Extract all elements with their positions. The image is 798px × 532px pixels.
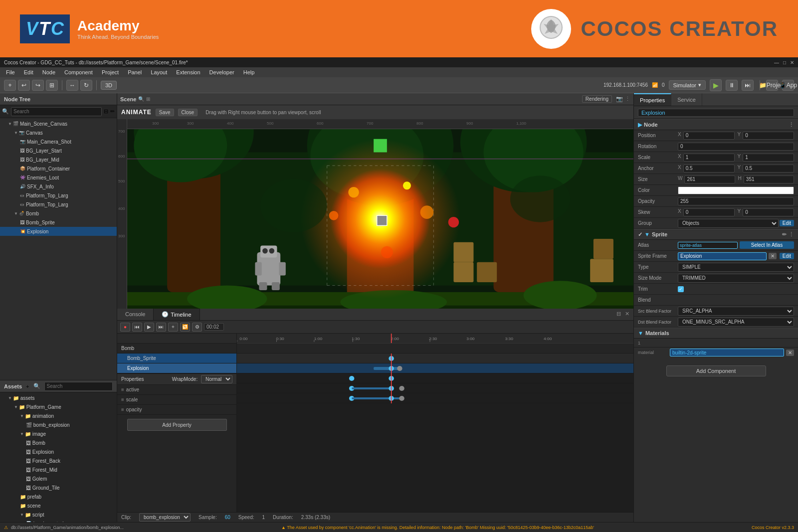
camera-icon[interactable]: 📷 — [616, 96, 623, 102]
tree-item-platform[interactable]: 📦 Platform_Container — [0, 164, 117, 173]
tab-properties[interactable]: Properties — [634, 93, 671, 106]
tl-prev-btn[interactable]: ⏮ — [132, 323, 142, 332]
tl-add-event-btn[interactable]: + — [168, 323, 178, 332]
toolbar-move-btn[interactable]: ↔ — [66, 80, 78, 91]
sprite-frame-input[interactable] — [678, 252, 767, 260]
assets-search-icon[interactable]: 🔍 — [33, 383, 40, 389]
tab-timeline[interactable]: 🕐 Timeline — [154, 308, 200, 320]
src-blend-select[interactable]: SRC_ALPHA — [678, 307, 794, 316]
scene-content-area[interactable] — [127, 129, 633, 309]
sprite-edit-icon[interactable]: ✏ — [782, 231, 787, 238]
panel-close-icon[interactable]: ✕ — [625, 311, 629, 317]
tree-item-plat1[interactable]: ▭ Platform_Top_Larg — [0, 191, 117, 200]
asset-forest-mid[interactable]: 🖼 Forest_Mid — [0, 465, 117, 474]
simulator-btn[interactable]: Simulator ▾ — [669, 80, 706, 90]
sprite-toggle-icon[interactable]: ▼ — [644, 231, 650, 237]
step-btn[interactable]: ⏭ — [742, 80, 754, 91]
asset-golem[interactable]: 🖼 Golem — [0, 474, 117, 483]
anchor-y-input[interactable] — [743, 165, 794, 173]
asset-script[interactable]: ▼📁 script — [0, 510, 117, 519]
panel-minimize-icon[interactable]: ⊟ — [616, 311, 621, 317]
node-section-more[interactable]: ⋮ — [789, 122, 794, 128]
app-btn[interactable]: 📱 App — [782, 80, 794, 91]
save-scene-btn[interactable]: Save — [156, 109, 174, 116]
track-bomb[interactable]: Bomb — [117, 344, 236, 354]
tree-item-sfx[interactable]: 🔊 SFX_A_Info — [0, 182, 117, 191]
scale-y-input[interactable] — [743, 154, 794, 162]
sprite-frame-clear-btn[interactable]: ✕ — [769, 253, 777, 259]
menu-layout[interactable]: Layout — [147, 68, 171, 76]
tl-loop-btn[interactable]: 🔁 — [180, 323, 190, 332]
assets-add-icon[interactable]: + — [26, 383, 29, 389]
tree-item-explosion[interactable]: 💥 Explosion — [0, 227, 117, 236]
scene-zoom-fit[interactable]: ⊞ — [146, 96, 150, 102]
menu-file[interactable]: File — [2, 68, 19, 76]
opacity-input[interactable] — [678, 197, 794, 205]
color-swatch[interactable] — [678, 186, 794, 194]
prop-scale-menu-icon[interactable]: ≡ — [121, 397, 124, 402]
size-mode-select[interactable]: TRIMMED — [678, 274, 794, 283]
skew-y-input[interactable] — [743, 208, 794, 216]
pos-y-input[interactable] — [743, 132, 794, 140]
assets-search-input[interactable] — [44, 382, 113, 391]
menu-help[interactable]: Help — [239, 68, 259, 76]
dst-blend-select[interactable]: ONE_MINUS_SRC_ALPHA — [678, 318, 794, 327]
menu-developer[interactable]: Developer — [205, 68, 238, 76]
play-btn[interactable]: ▶ — [710, 79, 722, 91]
pos-x-input[interactable] — [683, 132, 735, 140]
size-w-input[interactable] — [684, 176, 735, 183]
menu-project[interactable]: Project — [98, 68, 123, 76]
asset-assets[interactable]: ▼📁 assets — [0, 393, 117, 402]
toolbar-rotate-btn[interactable]: ↻ — [80, 80, 92, 91]
scene-canvas[interactable]: 700 600 500 400 300 300 300 400 500 600 … — [117, 119, 633, 309]
asset-bomb[interactable]: 🖼 Bomb — [0, 438, 117, 447]
asset-bomb-explosion[interactable]: 🎬 bomb_explosion — [0, 420, 117, 429]
materials-toggle-icon[interactable]: ▼ — [638, 330, 643, 336]
asset-explosion[interactable]: 🖼 Explosion — [0, 447, 117, 456]
tree-item-maincam[interactable]: 📷 Main_Camera_Shot — [0, 137, 117, 146]
add-property-btn[interactable]: Add Property — [127, 419, 227, 431]
tree-item-canvas[interactable]: ▼ 🎬 Main_Scene_Canvas — [0, 119, 117, 128]
sprite-more-icon[interactable]: ⋮ — [789, 231, 794, 238]
add-node-icon[interactable]: ✏ — [110, 108, 115, 115]
type-select[interactable]: SIMPLE — [678, 263, 794, 272]
tree-item-plat2[interactable]: ▭ Platform_Top_Larg — [0, 200, 117, 209]
tree-item-bglayer[interactable]: 🖼 BG_Layer_Start — [0, 146, 117, 155]
asset-ground-tile[interactable]: 🖼 Ground_Tile — [0, 483, 117, 492]
asset-animation[interactable]: ▼📁 animation — [0, 411, 117, 420]
asset-platform-game[interactable]: ▼📁 Platform_Game — [0, 402, 117, 411]
sprite-check[interactable]: ✓ — [638, 231, 642, 238]
size-h-input[interactable] — [744, 176, 794, 183]
select-in-atlas-btn[interactable]: Select In Atlas — [740, 241, 794, 249]
toolbar-undo-btn[interactable]: ↩ — [18, 80, 30, 91]
asset-scene[interactable]: 📁 scene — [0, 501, 117, 510]
tab-console[interactable]: Console — [117, 308, 154, 320]
anchor-x-input[interactable] — [683, 165, 735, 173]
atlas-input[interactable] — [678, 242, 738, 249]
close-scene-btn[interactable]: Close — [178, 109, 198, 116]
scale-x-input[interactable] — [683, 154, 735, 162]
toolbar-grid-btn[interactable]: ⊞ — [46, 80, 58, 91]
node-name-input[interactable] — [638, 109, 794, 117]
scene-search-icon[interactable]: 🔍 — [138, 96, 144, 102]
add-component-btn[interactable]: Add Component — [666, 365, 766, 376]
prop-opacity-menu-icon[interactable]: ≡ — [121, 407, 124, 412]
scene-more-icon[interactable]: ⋮ — [625, 96, 630, 102]
pause-btn[interactable]: ⏸ — [726, 80, 738, 91]
asset-image[interactable]: ▼📁 image — [0, 429, 117, 438]
menu-extension[interactable]: Extension — [172, 68, 204, 76]
tree-item-enemies[interactable]: 👾 Enemies_Loot — [0, 173, 117, 182]
close-btn[interactable]: ✕ — [790, 60, 794, 65]
tl-settings-btn[interactable]: ⚙ — [192, 323, 202, 332]
toolbar-3d-toggle[interactable]: 3D — [101, 81, 117, 90]
menu-node[interactable]: Node — [38, 68, 59, 76]
asset-prefab[interactable]: 📁 prefab — [0, 492, 117, 501]
tl-record-btn[interactable]: ● — [120, 323, 130, 332]
group-select[interactable]: Objects — [678, 219, 779, 228]
menu-component[interactable]: Component — [60, 68, 97, 76]
prop-menu-icon[interactable]: ≡ — [121, 387, 124, 392]
project-btn[interactable]: 📁 Project — [766, 80, 778, 91]
rotation-input[interactable] — [678, 143, 794, 151]
toolbar-redo-btn[interactable]: ↪ — [32, 80, 44, 91]
tl-play-btn[interactable]: ▶ — [144, 323, 154, 332]
